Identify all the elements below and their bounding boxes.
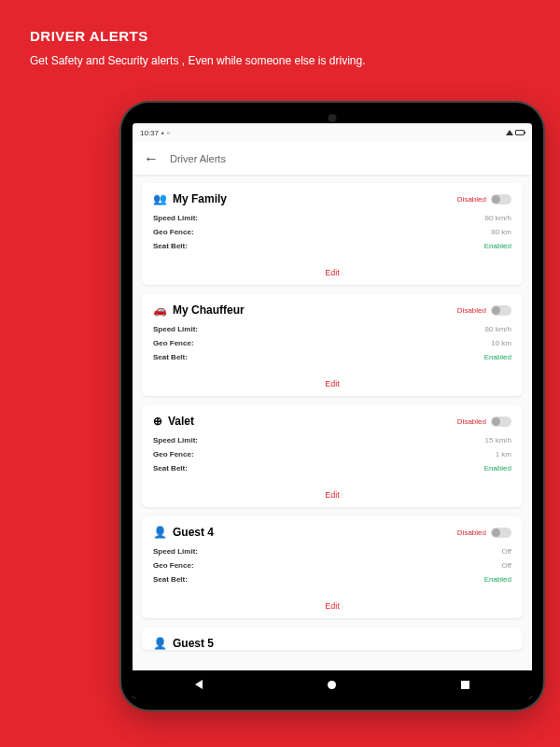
seat-value: Enabled — [484, 464, 511, 472]
speed-label: Speed Limit: — [153, 214, 198, 222]
tablet-camera — [329, 114, 337, 122]
edit-button[interactable]: Edit — [325, 268, 340, 277]
enable-toggle[interactable] — [491, 305, 511, 316]
edit-button[interactable]: Edit — [325, 601, 340, 611]
enable-toggle[interactable] — [491, 194, 511, 204]
valet-icon: ⊕ — [153, 415, 162, 428]
seat-label: Seat Belt: — [153, 353, 188, 361]
edit-button[interactable]: Edit — [325, 379, 340, 388]
speed-label: Speed Limit: — [153, 325, 198, 333]
status-notif-icon: ▫ — [167, 129, 170, 137]
family-icon: 👥 — [153, 192, 167, 205]
card-title: Guest 4 — [173, 526, 214, 539]
tablet-frame: 10:37 ▪ ▫ ← Driver Alerts 👥 My Family — [121, 103, 543, 710]
geo-label: Geo Fence: — [153, 450, 194, 458]
profile-card-my-family: 👥 My Family Disabled Speed Limit:80 km/h… — [142, 183, 523, 285]
enable-toggle[interactable] — [491, 416, 511, 427]
speed-value: 80 km/h — [485, 325, 511, 333]
seat-label: Seat Belt: — [153, 575, 188, 584]
geo-value: 80 km — [491, 228, 511, 236]
profile-card-guest-5: 👤 Guest 5 — [142, 627, 523, 650]
card-title: My Family — [173, 192, 227, 205]
back-button[interactable]: ← — [144, 150, 159, 167]
status-app-icon: ▪ — [161, 129, 164, 137]
tablet-screen: 10:37 ▪ ▫ ← Driver Alerts 👥 My Family — [133, 123, 532, 698]
chauffeur-icon: 🚗 — [153, 303, 167, 317]
app-bar: ← Driver Alerts — [133, 142, 532, 176]
status-label: Disabled — [457, 417, 486, 426]
geo-value: Off — [501, 561, 511, 570]
status-label: Disabled — [457, 195, 486, 204]
geo-label: Geo Fence: — [153, 561, 194, 570]
speed-value: 80 km/h — [485, 214, 511, 222]
battery-icon — [515, 130, 525, 135]
speed-value: Off — [501, 547, 511, 556]
status-time: 10:37 — [140, 129, 159, 137]
nav-back-icon[interactable] — [195, 680, 203, 689]
seat-value: Enabled — [484, 575, 511, 584]
app-bar-title: Driver Alerts — [170, 153, 226, 164]
geo-value: 10 km — [491, 339, 511, 347]
profile-card-guest-4: 👤 Guest 4 Disabled Speed Limit:Off Geo F… — [142, 516, 523, 618]
android-nav-bar — [133, 670, 532, 698]
profile-card-valet: ⊕ Valet Disabled Speed Limit:15 km/h Geo… — [142, 405, 523, 507]
content-area: 👥 My Family Disabled Speed Limit:80 km/h… — [133, 176, 532, 670]
guest-icon: 👤 — [153, 526, 167, 539]
speed-label: Speed Limit: — [153, 436, 198, 444]
card-title: Valet — [168, 415, 194, 428]
geo-label: Geo Fence: — [153, 339, 194, 347]
geo-value: 1 km — [496, 450, 511, 458]
profile-card-my-chauffeur: 🚗 My Chauffeur Disabled Speed Limit:80 k… — [142, 294, 523, 396]
geo-label: Geo Fence: — [153, 228, 194, 236]
speed-label: Speed Limit: — [153, 547, 198, 556]
status-bar: 10:37 ▪ ▫ — [133, 123, 532, 142]
nav-recent-icon[interactable] — [461, 681, 469, 689]
card-title: My Chauffeur — [173, 303, 245, 317]
seat-label: Seat Belt: — [153, 464, 188, 472]
seat-value: Enabled — [484, 242, 511, 250]
promo-subtitle: Get Safety and Security alerts , Even wh… — [30, 54, 366, 67]
seat-label: Seat Belt: — [153, 242, 188, 250]
card-title: Guest 5 — [173, 637, 214, 650]
guest-icon: 👤 — [153, 637, 167, 650]
speed-value: 15 km/h — [485, 436, 511, 444]
promo-title: DRIVER ALERTS — [30, 28, 148, 44]
signal-icon — [506, 130, 513, 135]
nav-home-icon[interactable] — [328, 681, 336, 689]
edit-button[interactable]: Edit — [325, 490, 340, 500]
enable-toggle[interactable] — [491, 528, 511, 538]
status-label: Disabled — [457, 529, 486, 537]
seat-value: Enabled — [484, 353, 511, 361]
status-label: Disabled — [457, 306, 486, 315]
